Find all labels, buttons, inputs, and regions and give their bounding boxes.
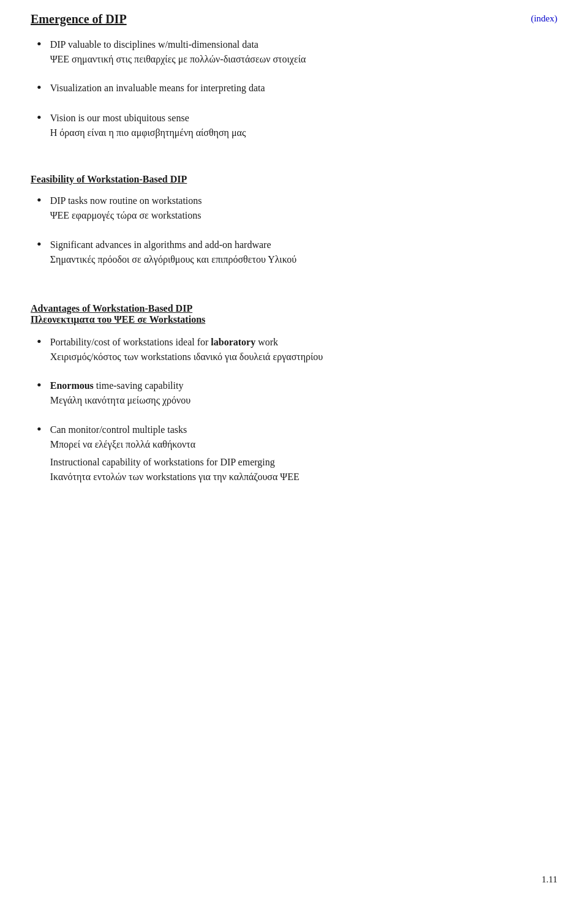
bullet-icon: •	[37, 80, 42, 96]
list-item: • Significant advances in algorithms and…	[31, 238, 557, 266]
bullet-line1: Visualization an invaluable means for in…	[50, 81, 557, 95]
bullet-line1: Significant advances in algorithms and a…	[50, 238, 557, 252]
bullet-line1: Portability/cost of workstations ideal f…	[50, 335, 557, 349]
bullet-line2: Μεγάλη ικανότητα μείωσης χρόνου	[50, 393, 557, 407]
bullet-icon: •	[37, 36, 42, 52]
list-item: • DIP tasks now routine on workstations …	[31, 194, 557, 222]
bullet-line2: Ικανότητα εντολών των workstations για τ…	[50, 470, 557, 484]
bullet-content: Portability/cost of workstations ideal f…	[50, 335, 557, 364]
bullet-icon: •	[37, 192, 42, 208]
bold-word: laboratory	[211, 337, 255, 347]
feasibility-heading: Feasibility of Workstation-Based DIP	[31, 174, 557, 185]
list-item: • Visualization an invaluable means for …	[31, 81, 557, 96]
bullet-line1: DIP valuable to disciplines w/multi-dime…	[50, 37, 557, 51]
bullet-line2: ΨΕΕ εφαρμογές τώρα σε workstations	[50, 208, 557, 222]
bullet-line2: Χειρισμός/κόστος των workstations ιδανικ…	[50, 350, 557, 364]
page-header: Emergence of DIP (index)	[31, 12, 557, 26]
list-item: • Enormous time-saving capability Μεγάλη…	[31, 378, 557, 407]
bullet-content: DIP tasks now routine on workstations ΨΕ…	[50, 194, 557, 222]
page-number: 1.11	[541, 874, 557, 884]
bullet-line1: Enormous time-saving capability	[50, 378, 557, 393]
bullet-content: Instructional capability of workstations…	[50, 455, 557, 484]
advantages-heading-line1: Advantages of Workstation-Based DIP	[31, 303, 192, 314]
bullet-line1: Can monitor/control multiple tasks	[50, 423, 557, 437]
bullet-icon: •	[37, 377, 42, 393]
advantages-heading-line2: Πλεονεκτιματα του ΨΕΕ σε Workstations	[31, 314, 205, 325]
index-link[interactable]: (index)	[531, 13, 557, 24]
bullet-line1: Instructional capability of workstations…	[50, 455, 557, 469]
bullet-content: Visualization an invaluable means for in…	[50, 81, 557, 96]
bullet-icon: •	[37, 236, 42, 252]
bullet-icon: •	[37, 421, 42, 437]
bullet-content: Enormous time-saving capability Μεγάλη ι…	[50, 378, 557, 407]
bullet-content: Can monitor/control multiple tasks Μπορε…	[50, 423, 557, 451]
page-title: Emergence of DIP	[31, 12, 127, 26]
bullet-line2: Μπορεί να ελέγξει πολλά καθήκοντα	[50, 437, 557, 451]
list-item: • Vision is our most ubiquitous sense Η …	[31, 111, 557, 140]
bullet-line1: DIP tasks now routine on workstations	[50, 194, 557, 208]
list-item: • Instructional capability of workstatio…	[31, 455, 557, 484]
advantages-section: • Portability/cost of workstations ideal…	[31, 335, 557, 484]
list-item: • Portability/cost of workstations ideal…	[31, 335, 557, 364]
bullet-content: Significant advances in algorithms and a…	[50, 238, 557, 266]
intro-section: • DIP valuable to disciplines w/multi-di…	[31, 37, 557, 140]
page-footer: 1.11	[541, 874, 557, 885]
advantages-heading: Advantages of Workstation-Based DIP Πλεο…	[31, 303, 557, 325]
bullet-content: DIP valuable to disciplines w/multi-dime…	[50, 37, 557, 66]
bullet-icon: •	[37, 110, 42, 126]
bullet-line1: Vision is our most ubiquitous sense	[50, 111, 557, 125]
list-item: • DIP valuable to disciplines w/multi-di…	[31, 37, 557, 66]
bullet-content: Vision is our most ubiquitous sense Η όρ…	[50, 111, 557, 140]
bold-word: Enormous	[50, 380, 94, 391]
bullet-icon: •	[37, 334, 42, 350]
bullet-line2: ΨΕΕ σημαντική στις πειθαρχίες με πολλών-…	[50, 52, 557, 66]
bullet-line2: Σημαντικές πρόοδοι σε αλγόριθμους και επ…	[50, 252, 557, 266]
feasibility-section: • DIP tasks now routine on workstations …	[31, 194, 557, 266]
list-item: • Can monitor/control multiple tasks Μπο…	[31, 423, 557, 451]
bullet-line2: Η όραση είναι η πιο αμφισβητημένη αίσθησ…	[50, 126, 557, 140]
